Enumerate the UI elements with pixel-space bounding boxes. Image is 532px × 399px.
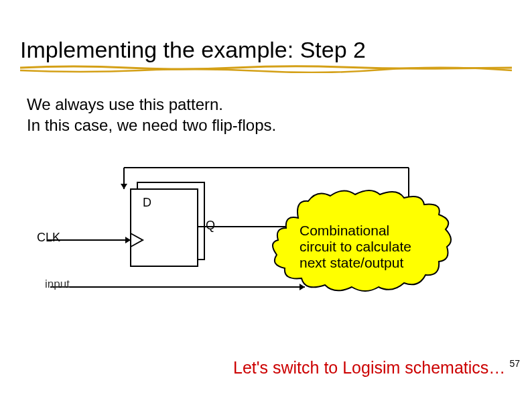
cloud-text: Combinational circuit to calculate next …	[300, 223, 411, 271]
body-text: We always use this pattern. In this case…	[27, 94, 276, 135]
svg-rect-5	[131, 189, 198, 266]
q-output-label: Q	[206, 219, 215, 233]
cloud-line-1: Combinational	[300, 223, 411, 239]
d-input-label: D	[143, 196, 151, 210]
svg-marker-7	[125, 237, 131, 243]
page-title: Implementing the example: Step 2	[20, 37, 366, 63]
footer-text: Let's switch to Logisim schematics…	[233, 358, 505, 378]
body-line-1: We always use this pattern.	[27, 94, 276, 115]
title-underline-decoration	[20, 64, 512, 73]
cloud-line-3: next state/output	[300, 255, 411, 271]
page-number: 57	[509, 358, 520, 369]
cloud-line-2: circuit to calculate	[300, 239, 411, 255]
input-label: input	[45, 278, 70, 291]
clk-label: CLK	[37, 231, 60, 245]
svg-marker-3	[121, 184, 127, 189]
circuit-diagram: D Q CLK input Combinational circuit to c…	[37, 161, 492, 302]
svg-marker-11	[300, 284, 305, 290]
diagram-svg	[37, 161, 492, 302]
body-line-2: In this case, we need two flip-flops.	[27, 115, 276, 135]
